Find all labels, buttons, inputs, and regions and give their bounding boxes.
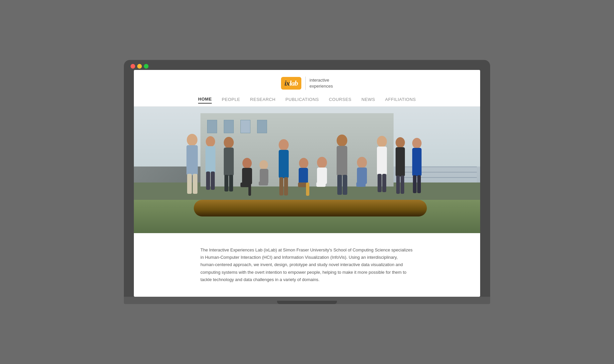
laptop-lid: ixlab interactive experiences HOME PEOPL… bbox=[124, 60, 490, 296]
svg-rect-9 bbox=[224, 148, 234, 176]
svg-rect-24 bbox=[299, 168, 308, 184]
svg-rect-7 bbox=[211, 172, 215, 190]
svg-point-34 bbox=[357, 157, 367, 168]
logo-icon: ixlab bbox=[281, 77, 301, 90]
svg-rect-1 bbox=[186, 145, 198, 175]
svg-rect-31 bbox=[337, 146, 347, 176]
description-section: The Interactive Experiences Lab (ixLab) … bbox=[134, 233, 480, 296]
site-header: ixlab interactive experiences HOME PEOPL… bbox=[134, 70, 480, 107]
svg-rect-35 bbox=[357, 168, 367, 184]
svg-rect-42 bbox=[396, 147, 405, 177]
svg-point-23 bbox=[299, 158, 308, 169]
site-nav: HOME PEOPLE RESEARCH PUBLICATIONS COURSE… bbox=[198, 95, 416, 106]
people-group bbox=[167, 127, 447, 213]
svg-point-19 bbox=[279, 139, 289, 151]
svg-rect-32 bbox=[337, 175, 342, 195]
logo-tagline: interactive experiences bbox=[310, 77, 333, 89]
laptop-frame: ixlab interactive experiences HOME PEOPL… bbox=[124, 60, 490, 304]
svg-rect-28 bbox=[317, 168, 327, 184]
svg-rect-44 bbox=[401, 176, 404, 194]
svg-rect-18 bbox=[259, 182, 268, 185]
svg-rect-3 bbox=[193, 174, 197, 194]
hero-image: TASC 1 bbox=[134, 107, 480, 233]
fullscreen-button[interactable] bbox=[144, 64, 149, 69]
svg-rect-6 bbox=[206, 172, 210, 190]
svg-point-4 bbox=[206, 136, 215, 147]
svg-rect-29 bbox=[316, 182, 326, 187]
svg-rect-46 bbox=[412, 148, 422, 176]
svg-point-16 bbox=[259, 160, 268, 170]
svg-rect-40 bbox=[382, 174, 386, 192]
nav-research[interactable]: RESEARCH bbox=[250, 96, 275, 103]
svg-rect-10 bbox=[224, 175, 228, 191]
svg-rect-14 bbox=[240, 182, 250, 187]
svg-rect-22 bbox=[284, 177, 288, 195]
logo-divider bbox=[305, 77, 306, 90]
svg-rect-39 bbox=[378, 174, 382, 192]
nav-news[interactable]: NEWS bbox=[362, 96, 375, 103]
svg-rect-43 bbox=[396, 176, 400, 194]
nav-home[interactable]: HOME bbox=[198, 95, 212, 104]
tagline-line2: experiences bbox=[310, 83, 333, 89]
svg-rect-13 bbox=[242, 168, 252, 184]
svg-point-27 bbox=[317, 157, 327, 168]
traffic-lights bbox=[131, 64, 149, 69]
svg-rect-47 bbox=[413, 175, 417, 193]
nav-publications[interactable]: PUBLICATIONS bbox=[285, 96, 319, 103]
nav-affiliations[interactable]: AFFILIATIONS bbox=[385, 96, 416, 103]
browser-screen: ixlab interactive experiences HOME PEOPL… bbox=[134, 70, 480, 296]
svg-point-0 bbox=[187, 134, 197, 146]
close-button[interactable] bbox=[131, 64, 135, 69]
svg-rect-36 bbox=[356, 182, 366, 187]
svg-rect-26 bbox=[306, 182, 309, 196]
svg-point-12 bbox=[242, 158, 252, 169]
logo-lab: lab bbox=[289, 79, 298, 87]
svg-rect-38 bbox=[377, 147, 387, 175]
svg-rect-20 bbox=[279, 150, 289, 178]
logo-ix: ix bbox=[284, 79, 289, 87]
svg-rect-25 bbox=[298, 182, 307, 187]
svg-rect-15 bbox=[248, 182, 251, 196]
description-text: The Interactive Experiences Lab (ixLab) … bbox=[200, 246, 414, 283]
svg-point-41 bbox=[396, 137, 405, 148]
minimize-button[interactable] bbox=[137, 64, 142, 69]
svg-point-8 bbox=[224, 137, 234, 148]
tagline-line1: interactive bbox=[310, 77, 333, 83]
svg-point-30 bbox=[337, 135, 347, 147]
svg-rect-48 bbox=[417, 175, 421, 193]
svg-rect-5 bbox=[205, 146, 215, 173]
svg-rect-33 bbox=[343, 175, 347, 195]
svg-rect-21 bbox=[279, 177, 283, 195]
website-content: ixlab interactive experiences HOME PEOPL… bbox=[134, 70, 480, 296]
svg-point-45 bbox=[412, 138, 422, 149]
svg-rect-11 bbox=[229, 175, 233, 191]
laptop-base bbox=[124, 297, 490, 304]
logo-area: ixlab interactive experiences bbox=[281, 77, 333, 90]
svg-point-37 bbox=[377, 136, 387, 147]
nav-courses[interactable]: COURSES bbox=[329, 96, 352, 103]
svg-rect-2 bbox=[187, 174, 192, 194]
nav-people[interactable]: PEOPLE bbox=[222, 96, 240, 103]
